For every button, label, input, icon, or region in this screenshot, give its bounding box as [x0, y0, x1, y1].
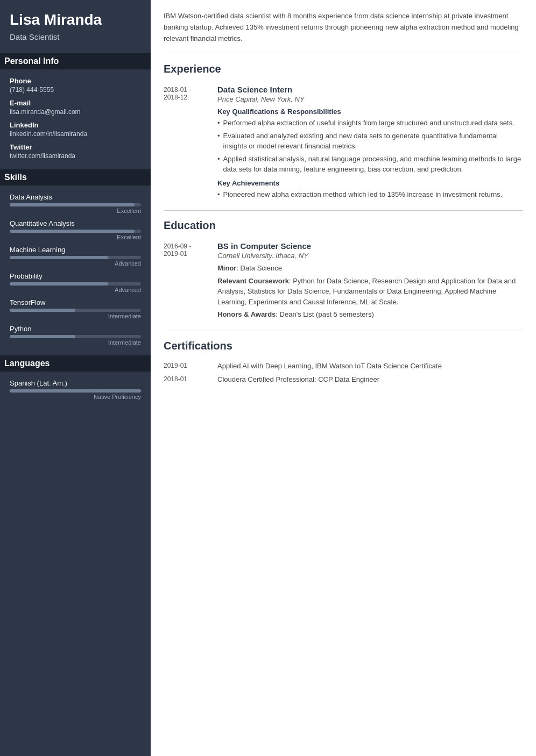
skill-bar — [10, 282, 141, 286]
skill-name: Machine Learning — [10, 246, 141, 254]
language-item: Spanish (Lat. Am.) Native Proficiency — [10, 379, 141, 400]
bullet-1: Performed alpha extraction of useful ins… — [217, 118, 523, 129]
skill-item: Quantitative Analysis Excellent — [10, 219, 141, 240]
education-entry: 2016-09 - 2019-01 BS in Computer Science… — [164, 241, 523, 322]
qualifications-label: Key Qualifications & Responsibilities — [217, 108, 523, 116]
skill-name: Probability — [10, 272, 141, 280]
education-body: BS in Computer Science Cornell Universit… — [217, 241, 523, 322]
certification-entry: 2018-01 Cloudera Certified Professional:… — [164, 375, 523, 383]
honors-field: Honors & Awards: Dean's List (past 5 sem… — [217, 309, 523, 320]
email-label: E-mail — [10, 99, 141, 107]
minor-field: Minor: Data Science — [217, 263, 523, 274]
skill-bar — [10, 335, 141, 338]
coursework-field: Relevant Coursework: Python for Data Sci… — [217, 276, 523, 308]
skill-bar — [10, 230, 141, 233]
skill-item: Probability Advanced — [10, 272, 141, 293]
cert-date: 2019-01 — [164, 362, 217, 370]
linkedin-label: LinkedIn — [10, 121, 141, 129]
personal-info-heading: Personal Info — [0, 53, 151, 69]
certification-entry: 2019-01 Applied AI with Deep Learning, I… — [164, 362, 523, 370]
school-name: Cornell University. Ithaca, NY — [217, 252, 523, 260]
skill-item: Data Analysis Excellent — [10, 193, 141, 214]
skill-bar — [10, 309, 141, 312]
language-name: Spanish (Lat. Am.) — [10, 379, 141, 387]
skill-level: Intermediate — [10, 313, 141, 319]
skill-name: Quantitative Analysis — [10, 219, 141, 227]
experience-dates: 2018-01 - 2018-12 — [164, 85, 217, 202]
main-content: IBM Watson-certified data scientist with… — [151, 0, 536, 756]
skill-item: TensorFlow Intermediate — [10, 298, 141, 319]
skill-level: Advanced — [10, 287, 141, 293]
language-bar — [10, 389, 141, 393]
bullet-2: Evaluated and analyzed existing and new … — [217, 131, 523, 152]
cert-text: Cloudera Certified Professional: CCP Dat… — [217, 375, 379, 383]
experience-body: Data Science Intern Price Capital, New Y… — [217, 85, 523, 202]
skill-bar-fill — [10, 230, 135, 233]
company-name: Price Capital, New York, NY — [217, 95, 523, 103]
education-heading: Education — [164, 219, 523, 234]
achievements-label: Key Achievements — [217, 179, 523, 187]
skills-heading: Skills — [0, 169, 151, 186]
skill-bar-fill — [10, 335, 75, 338]
phone-value: (718) 444-5555 — [10, 86, 141, 94]
cert-text: Applied AI with Deep Learning, IBM Watso… — [217, 362, 442, 370]
language-level: Native Proficiency — [10, 394, 141, 400]
email-value: lisa.miranda@gmail.com — [10, 108, 141, 116]
twitter-value: twitter.com/lisamiranda — [10, 152, 141, 160]
job-title: Data Science Intern — [217, 85, 523, 94]
experience-entry: 2018-01 - 2018-12 Data Science Intern Pr… — [164, 85, 523, 202]
skill-level: Excellent — [10, 208, 141, 214]
languages-heading: Languages — [0, 355, 151, 372]
candidate-title: Data Scientist — [10, 32, 141, 41]
bullet-3: Applied statistical analysis, natural la… — [217, 154, 523, 175]
twitter-label: Twitter — [10, 143, 141, 151]
linkedin-value: linkedin.com/in/lisamiranda — [10, 130, 141, 138]
skill-bar-fill — [10, 309, 75, 312]
skill-bar — [10, 256, 141, 259]
certifications-container: 2019-01 Applied AI with Deep Learning, I… — [164, 362, 523, 383]
experience-heading: Experience — [164, 63, 523, 77]
skill-bar-fill — [10, 203, 135, 206]
languages-container: Spanish (Lat. Am.) Native Proficiency — [10, 379, 141, 400]
skill-bar — [10, 203, 141, 206]
candidate-name: Lisa Miranda — [10, 11, 141, 29]
skill-item: Python Intermediate — [10, 325, 141, 346]
skill-item: Machine Learning Advanced — [10, 246, 141, 267]
skill-name: Python — [10, 325, 141, 333]
skill-level: Advanced — [10, 260, 141, 267]
summary-text: IBM Watson-certified data scientist with… — [164, 11, 523, 53]
skill-level: Intermediate — [10, 339, 141, 346]
sidebar: Lisa Miranda Data Scientist Personal Inf… — [0, 0, 151, 756]
language-bar-fill — [10, 389, 141, 393]
degree-title: BS in Computer Science — [217, 241, 523, 251]
skill-name: Data Analysis — [10, 193, 141, 201]
skill-level: Excellent — [10, 234, 141, 240]
education-dates: 2016-09 - 2019-01 — [164, 241, 217, 322]
phone-label: Phone — [10, 77, 141, 85]
certifications-heading: Certifications — [164, 340, 523, 354]
cert-date: 2018-01 — [164, 375, 217, 383]
skills-container: Data Analysis Excellent Quantitative Ana… — [10, 193, 141, 346]
skill-name: TensorFlow — [10, 298, 141, 306]
achievement-1: Pioneered new alpha extraction method wh… — [217, 189, 523, 200]
skill-bar-fill — [10, 256, 108, 259]
divider-certifications — [164, 331, 523, 331]
skill-bar-fill — [10, 282, 108, 286]
divider-education — [164, 210, 523, 211]
